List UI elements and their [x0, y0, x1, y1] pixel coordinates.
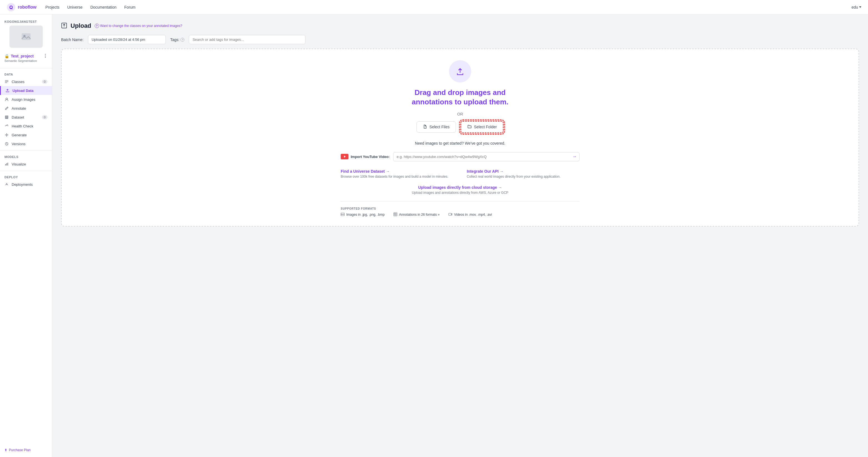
upload-header-icon — [61, 23, 67, 29]
find-universe-desc: Browse over 100k free datasets for image… — [341, 175, 454, 179]
topnav-right: edu — [851, 5, 861, 9]
youtube-icon — [341, 154, 348, 159]
page-title: Upload — [70, 22, 91, 29]
project-name: 🔒 Test_project ⋮ — [0, 53, 52, 59]
batch-name-input[interactable] — [88, 35, 166, 44]
formats-list: Images in .jpg, .png, .bmp Annotations i… — [341, 212, 580, 217]
sidebar-item-health-check[interactable]: Health Check — [0, 122, 52, 130]
svg-rect-10 — [5, 118, 8, 119]
youtube-input[interactable] — [393, 152, 580, 161]
select-folder-button[interactable]: Select Folder — [460, 121, 504, 133]
svg-rect-6 — [5, 83, 7, 83]
sidebar-divider — [0, 68, 52, 68]
svg-rect-23 — [394, 215, 397, 215]
youtube-label: Import YouTube Video: — [341, 154, 390, 159]
logo-text: roboflow — [18, 5, 37, 10]
batch-label: Batch Name: — [61, 37, 84, 42]
find-universe-card: Find a Universe Dataset → Browse over 10… — [341, 169, 454, 179]
dropzone-buttons: Select Files Select Folder — [416, 121, 504, 133]
links-grid: Find a Universe Dataset → Browse over 10… — [341, 169, 580, 194]
deploy-icon — [4, 182, 9, 187]
user-menu[interactable]: edu — [851, 5, 861, 9]
youtube-row: Import YouTube Video: → — [341, 152, 580, 161]
assign-icon — [4, 97, 9, 102]
cloud-storage-card: Upload images directly from cloud storag… — [341, 185, 580, 194]
health-icon — [4, 124, 9, 128]
dataset-badge: 0 — [42, 115, 48, 119]
sidebar-item-label: Annotate — [12, 106, 26, 111]
nav-documentation[interactable]: Documentation — [90, 5, 116, 9]
dropzone[interactable]: Drag and drop images and annotations to … — [61, 49, 859, 226]
data-section-label: Data — [0, 70, 52, 77]
tags-help-icon: ? — [181, 38, 184, 42]
format-annotations: Annotations in 26 formats » — [394, 212, 439, 217]
sidebar-item-label: Upload Data — [12, 89, 34, 93]
logo[interactable]: roboflow — [7, 3, 37, 12]
workspace-label: KOGONGJANGTEST — [0, 19, 52, 26]
nav-projects[interactable]: Projects — [45, 5, 60, 9]
sidebar-item-label: Assign Images — [12, 97, 35, 102]
integrate-api-desc: Collect real world images directly from … — [467, 175, 580, 179]
sidebar-item-label: Visualize — [12, 162, 26, 166]
nav-forum[interactable]: Forum — [124, 5, 135, 9]
sidebar-item-upload-data[interactable]: Upload Data — [0, 86, 52, 95]
svg-rect-22 — [396, 214, 397, 215]
nav-universe[interactable]: Universe — [67, 5, 83, 9]
page-header: Upload ? Want to change the classes on y… — [61, 22, 859, 29]
purchase-icon: ⬆ — [4, 448, 7, 452]
sidebar-item-annotate[interactable]: Annotate — [0, 104, 52, 113]
tags-input[interactable] — [189, 35, 305, 44]
sidebar-item-classes[interactable]: Classes 0 — [0, 77, 52, 86]
models-section-label: Models — [0, 153, 52, 160]
svg-rect-20 — [394, 213, 395, 214]
svg-point-1 — [10, 6, 12, 8]
chevron-down-icon — [859, 6, 861, 8]
versions-icon — [4, 142, 9, 146]
svg-rect-12 — [5, 164, 6, 165]
svg-rect-4 — [5, 80, 8, 81]
format-images: Images in .jpg, .png, .bmp — [341, 212, 384, 217]
need-images-text: Need images to get started? We've got yo… — [415, 141, 505, 146]
sidebar-item-label: Versions — [12, 142, 26, 146]
topnav-links: Projects Universe Documentation Forum — [45, 5, 851, 9]
dropzone-title: Drag and drop images and annotations to … — [412, 88, 508, 107]
svg-rect-5 — [5, 81, 8, 82]
sidebar-item-visualize[interactable]: Visualize — [0, 160, 52, 169]
sidebar-item-dataset[interactable]: Dataset 0 — [0, 113, 52, 122]
cloud-storage-link[interactable]: Upload images directly from cloud storag… — [341, 185, 580, 190]
form-row: Batch Name: Tags: ? — [61, 35, 859, 44]
select-files-button[interactable]: Select Files — [416, 121, 456, 133]
list-icon — [4, 80, 9, 84]
dropzone-or: OR — [457, 112, 463, 116]
tags-label-wrap: Tags: ? — [170, 37, 184, 42]
project-thumbnail — [9, 26, 43, 48]
sidebar: KOGONGJANGTEST 🔒 Test_project ⋮ Semantic… — [0, 14, 52, 457]
youtube-input-wrap: → — [393, 152, 580, 161]
youtube-submit-icon[interactable]: → — [572, 154, 577, 159]
help-link[interactable]: ? Want to change the classes on your ann… — [95, 24, 182, 28]
find-universe-link[interactable]: Find a Universe Dataset → — [341, 169, 454, 174]
svg-rect-2 — [22, 33, 31, 40]
sidebar-item-versions[interactable]: Versions — [0, 140, 52, 148]
question-icon: ? — [95, 24, 99, 28]
sidebar-item-label: Health Check — [12, 124, 33, 128]
project-menu-icon[interactable]: ⋮ — [43, 53, 48, 59]
sidebar-item-deployments[interactable]: Deployments — [0, 180, 52, 189]
sidebar-item-label: Generate — [12, 133, 27, 137]
sidebar-item-assign-images[interactable]: Assign Images — [0, 95, 52, 104]
integrate-api-link[interactable]: Integrate Our API → — [467, 169, 580, 174]
svg-point-7 — [6, 98, 7, 100]
tags-label: Tags: — [170, 37, 179, 42]
supported-formats: SUPPORTED FORMATS Images in .jpg, .png, … — [341, 201, 580, 217]
annotate-icon — [4, 106, 9, 111]
purchase-plan-link[interactable]: ⬆ Purchase Plan — [4, 447, 48, 454]
video-format-icon — [448, 212, 452, 217]
sidebar-item-generate[interactable]: Generate — [0, 130, 52, 140]
file-icon — [423, 124, 427, 130]
svg-rect-14 — [7, 163, 8, 165]
classes-badge: 0 — [42, 80, 48, 84]
sidebar-item-label: Deployments — [12, 182, 33, 187]
svg-rect-13 — [6, 163, 7, 165]
main-content: Upload ? Want to change the classes on y… — [52, 14, 868, 457]
integrate-api-card: Integrate Our API → Collect real world i… — [467, 169, 580, 179]
